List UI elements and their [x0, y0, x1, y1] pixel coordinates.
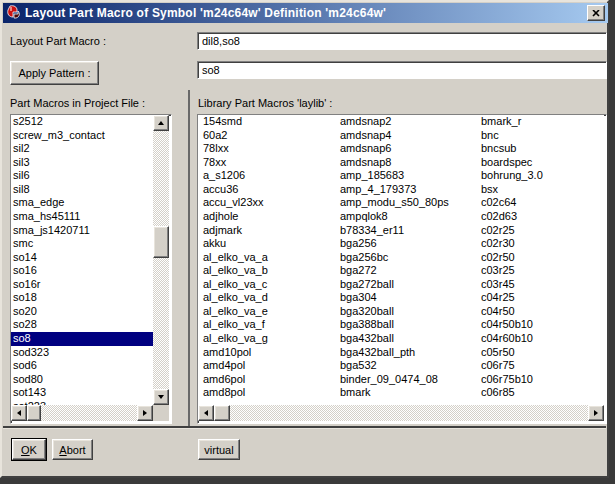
list-item[interactable]: amd4pol: [201, 359, 337, 373]
list-item[interactable]: b78334_er11: [338, 224, 474, 238]
list-item[interactable]: sod80: [11, 373, 153, 387]
list-item[interactable]: amdsnap8: [338, 156, 474, 170]
list-item[interactable]: bga532: [338, 359, 474, 373]
list-item[interactable]: 60a2: [201, 129, 337, 143]
list-item[interactable]: ampqlok8: [338, 210, 474, 224]
library-macro-list[interactable]: 154smd60a278lxx78xxa_s1206accu36accu_vl2…: [197, 114, 607, 424]
list-item[interactable]: c03r25: [479, 264, 604, 278]
list-item[interactable]: sil3: [11, 156, 153, 170]
list-item[interactable]: sil8: [11, 183, 153, 197]
list-item[interactable]: al_elko_va_g: [201, 332, 337, 346]
list-item[interactable]: bga256bc: [338, 251, 474, 265]
list-item[interactable]: so16: [11, 264, 153, 278]
list-item[interactable]: accu_vl23xx: [201, 196, 337, 210]
list-item[interactable]: c03r45: [479, 278, 604, 292]
list-item[interactable]: 78lxx: [201, 142, 337, 156]
scroll-down-button[interactable]: [153, 389, 169, 405]
list-item[interactable]: amd8pol: [201, 386, 337, 400]
list-item[interactable]: bmark: [338, 386, 474, 400]
list-item[interactable]: amd6pol: [201, 373, 337, 387]
list-item[interactable]: bga304: [338, 291, 474, 305]
list-item[interactable]: bncsub: [479, 142, 604, 156]
list-item[interactable]: bga272: [338, 264, 474, 278]
list-item[interactable]: bga272ball: [338, 278, 474, 292]
scroll-up-button[interactable]: [153, 115, 169, 131]
list-item[interactable]: binder_09_0474_08: [338, 373, 474, 387]
list-item[interactable]: c04r60b10: [479, 332, 604, 346]
scroll-right-button[interactable]: [137, 405, 153, 421]
ok-button[interactable]: OK: [12, 439, 46, 460]
project-list-hscrollbar[interactable]: [11, 405, 153, 421]
list-item[interactable]: screw_m3_contact: [11, 129, 153, 143]
list-item[interactable]: sma_hs45111: [11, 210, 153, 224]
list-item[interactable]: c02r30: [479, 237, 604, 251]
library-list-hscrollbar[interactable]: [198, 405, 604, 421]
list-item[interactable]: accu36: [201, 183, 337, 197]
list-item[interactable]: smc: [11, 237, 153, 251]
list-item[interactable]: bmark_r: [479, 115, 604, 129]
close-button[interactable]: [587, 5, 605, 21]
list-item[interactable]: amdsnap6: [338, 142, 474, 156]
list-item[interactable]: c04r50: [479, 305, 604, 319]
list-item[interactable]: amdsnap4: [338, 129, 474, 143]
virtual-button[interactable]: virtual: [198, 439, 240, 460]
list-item[interactable]: sma_edge: [11, 196, 153, 210]
abort-button[interactable]: Abort: [52, 439, 93, 460]
layout-part-macro-input[interactable]: dil8,so8: [197, 32, 607, 50]
list-item[interactable]: c04r50b10: [479, 318, 604, 332]
list-item[interactable]: amp_185683: [338, 169, 474, 183]
list-item[interactable]: al_elko_va_d: [201, 291, 337, 305]
list-item[interactable]: boardspec: [479, 156, 604, 170]
list-item[interactable]: c02c64: [479, 196, 604, 210]
list-item[interactable]: s2512: [11, 115, 153, 129]
list-item[interactable]: c06r75: [479, 359, 604, 373]
list-item[interactable]: bsx: [479, 183, 604, 197]
hscroll-track[interactable]: [214, 405, 588, 421]
list-item[interactable]: amdsnap2: [338, 115, 474, 129]
list-item[interactable]: sod323: [11, 346, 153, 360]
hscroll-thumb[interactable]: [27, 405, 41, 421]
list-item[interactable]: amp_4_179373: [338, 183, 474, 197]
list-item[interactable]: akku: [201, 237, 337, 251]
list-item[interactable]: sma_js1420711: [11, 224, 153, 238]
list-item[interactable]: so20: [11, 305, 153, 319]
list-item[interactable]: c06r75b10: [479, 373, 604, 387]
list-item[interactable]: sod6: [11, 359, 153, 373]
list-item[interactable]: bohrung_3.0: [479, 169, 604, 183]
list-item[interactable]: al_elko_va_a: [201, 251, 337, 265]
list-item[interactable]: al_elko_va_c: [201, 278, 337, 292]
apply-pattern-input[interactable]: so8: [197, 61, 607, 79]
list-item[interactable]: so18: [11, 291, 153, 305]
scroll-left-button[interactable]: [11, 405, 27, 421]
list-item[interactable]: adjmark: [201, 224, 337, 238]
scroll-right-button[interactable]: [588, 405, 604, 421]
list-item[interactable]: c04r25: [479, 291, 604, 305]
list-item[interactable]: bnc: [479, 129, 604, 143]
list-item[interactable]: c02r25: [479, 224, 604, 238]
list-item[interactable]: so14: [11, 251, 153, 265]
list-item[interactable]: 78xx: [201, 156, 337, 170]
list-item[interactable]: bga388ball: [338, 318, 474, 332]
list-item[interactable]: c02d63: [479, 210, 604, 224]
list-item[interactable]: c06r85: [479, 386, 604, 400]
list-item[interactable]: amp_modu_s50_80ps: [338, 196, 474, 210]
list-item[interactable]: so16r: [11, 278, 153, 292]
list-item[interactable]: bga256: [338, 237, 474, 251]
project-macro-list[interactable]: s2512screw_m3_contactsil2sil3sil6sil8sma…: [10, 114, 172, 424]
list-item[interactable]: al_elko_va_f: [201, 318, 337, 332]
list-item[interactable]: so28: [11, 318, 153, 332]
list-item[interactable]: adjhole: [201, 210, 337, 224]
list-item[interactable]: sil2: [11, 142, 153, 156]
apply-pattern-button[interactable]: Apply Pattern :: [10, 61, 99, 85]
list-item[interactable]: sil6: [11, 169, 153, 183]
list-item[interactable]: c02r50: [479, 251, 604, 265]
scroll-left-button[interactable]: [198, 405, 214, 421]
list-item[interactable]: c05r50: [479, 346, 604, 360]
list-item[interactable]: 154smd: [201, 115, 337, 129]
list-item[interactable]: bga432ball: [338, 332, 474, 346]
list-item[interactable]: sot143: [11, 386, 153, 400]
hscroll-thumb[interactable]: [214, 405, 230, 421]
project-list-vscrollbar[interactable]: [153, 115, 169, 405]
list-item[interactable]: bga432ball_pth: [338, 346, 474, 360]
list-item[interactable]: al_elko_va_b: [201, 264, 337, 278]
